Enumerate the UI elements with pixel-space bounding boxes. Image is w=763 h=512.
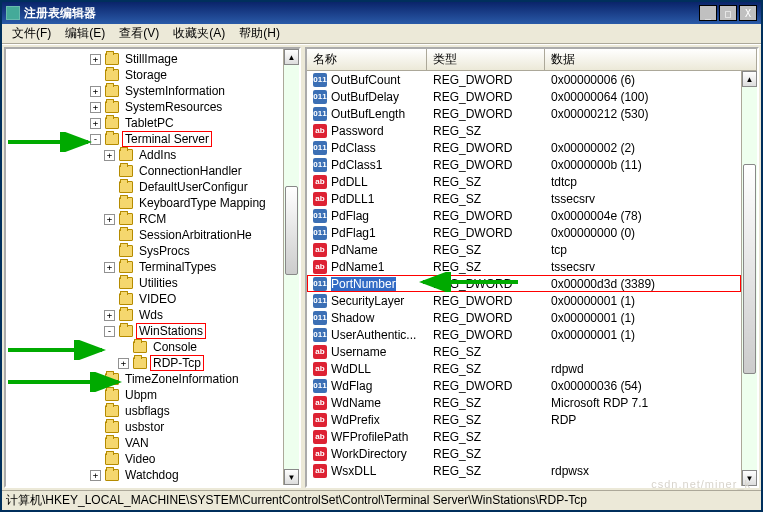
value-row[interactable]: 011WdFlagREG_DWORD0x00000036 (54) — [307, 377, 741, 394]
folder-icon — [119, 181, 133, 193]
tree-pane[interactable]: +StillImageStorage+SystemInformation+Sys… — [4, 47, 301, 488]
value-row[interactable]: 011OutBufCountREG_DWORD0x00000006 (6) — [307, 71, 741, 88]
tree-item[interactable]: +TerminalTypes — [6, 259, 283, 275]
tree-item[interactable]: +RCM — [6, 211, 283, 227]
tree-item[interactable]: +StillImage — [6, 51, 283, 67]
menu-edit[interactable]: 编辑(E) — [59, 23, 111, 44]
tree-item[interactable]: SysProcs — [6, 243, 283, 259]
value-row[interactable]: 011SecurityLayerREG_DWORD0x00000001 (1) — [307, 292, 741, 309]
value-type: REG_SZ — [427, 260, 545, 274]
menu-view[interactable]: 查看(V) — [113, 23, 165, 44]
value-row[interactable]: abWsxDLLREG_SZrdpwsx — [307, 462, 741, 479]
menu-file[interactable]: 文件(F) — [6, 23, 57, 44]
value-data: 0x00000212 (530) — [545, 107, 741, 121]
tree-item[interactable]: SessionArbitrationHe — [6, 227, 283, 243]
tree-item[interactable]: VAN — [6, 435, 283, 451]
col-data[interactable]: 数据 — [545, 49, 757, 70]
value-row[interactable]: abUsernameREG_SZ — [307, 343, 741, 360]
value-row[interactable]: abWdNameREG_SZMicrosoft RDP 7.1 — [307, 394, 741, 411]
tree-item[interactable]: +AddIns — [6, 147, 283, 163]
tree-item[interactable]: +Watchdog — [6, 467, 283, 483]
expand-toggle[interactable]: - — [90, 134, 101, 145]
value-row[interactable]: 011PdClass1REG_DWORD0x0000000b (11) — [307, 156, 741, 173]
tree-item[interactable]: usbflags — [6, 403, 283, 419]
tree-item[interactable]: TimeZoneInformation — [6, 371, 283, 387]
tree-item[interactable]: +TabletPC — [6, 115, 283, 131]
tree-item[interactable]: +SystemResources — [6, 99, 283, 115]
tree-item[interactable]: -WinStations — [6, 323, 283, 339]
value-row[interactable]: 011UserAuthentic...REG_DWORD0x00000001 (… — [307, 326, 741, 343]
value-row[interactable]: 011OutBufLengthREG_DWORD0x00000212 (530) — [307, 105, 741, 122]
expand-toggle[interactable]: - — [104, 326, 115, 337]
scroll-thumb[interactable] — [285, 186, 298, 275]
list-scrollbar[interactable]: ▲ ▼ — [741, 71, 757, 486]
value-data: 0x00000036 (54) — [545, 379, 741, 393]
value-row[interactable]: abPdDLL1REG_SZtssecsrv — [307, 190, 741, 207]
tree-item[interactable]: Console — [6, 339, 283, 355]
values-pane[interactable]: 名称 类型 数据 011OutBufCountREG_DWORD0x000000… — [305, 47, 759, 488]
tree-label: TimeZoneInformation — [123, 372, 241, 386]
expand-toggle[interactable]: + — [104, 262, 115, 273]
scroll-up-button[interactable]: ▲ — [742, 71, 757, 87]
expand-toggle — [104, 230, 115, 241]
tree-label: usbflags — [123, 404, 172, 418]
maximize-button[interactable]: □ — [719, 5, 737, 21]
tree-item[interactable]: ConnectionHandler — [6, 163, 283, 179]
tree-item[interactable]: DefaultUserConfigur — [6, 179, 283, 195]
value-row[interactable]: 011PortNumberREG_DWORD0x00000d3d (3389) — [307, 275, 741, 292]
menu-favorites[interactable]: 收藏夹(A) — [167, 23, 231, 44]
tree-scrollbar[interactable]: ▲ ▼ — [283, 49, 299, 485]
tree-item[interactable]: Utilities — [6, 275, 283, 291]
title-bar[interactable]: 注册表编辑器 _ □ X — [2, 2, 761, 24]
tree-item[interactable]: +Wds — [6, 307, 283, 323]
col-name[interactable]: 名称 — [307, 49, 427, 70]
tree-item[interactable]: KeyboardType Mapping — [6, 195, 283, 211]
tree-item[interactable]: -Terminal Server — [6, 131, 283, 147]
value-name: Shadow — [331, 311, 374, 325]
scroll-down-button[interactable]: ▼ — [742, 470, 757, 486]
value-row[interactable]: 011PdClassREG_DWORD0x00000002 (2) — [307, 139, 741, 156]
expand-toggle[interactable]: + — [104, 150, 115, 161]
scroll-down-button[interactable]: ▼ — [284, 469, 299, 485]
expand-toggle[interactable]: + — [90, 54, 101, 65]
value-row[interactable]: 011OutBufDelayREG_DWORD0x00000064 (100) — [307, 88, 741, 105]
value-row[interactable]: abWdDLLREG_SZrdpwd — [307, 360, 741, 377]
scroll-thumb[interactable] — [743, 164, 756, 375]
value-row[interactable]: 011PdFlag1REG_DWORD0x00000000 (0) — [307, 224, 741, 241]
value-row[interactable]: abPdDLLREG_SZtdtcp — [307, 173, 741, 190]
scroll-track[interactable] — [742, 87, 757, 470]
value-data: 0x00000006 (6) — [545, 73, 741, 87]
values-list[interactable]: 011OutBufCountREG_DWORD0x00000006 (6)011… — [307, 71, 741, 486]
value-row[interactable]: 011ShadowREG_DWORD0x00000001 (1) — [307, 309, 741, 326]
tree-item[interactable]: +SystemInformation — [6, 83, 283, 99]
value-row[interactable]: abWorkDirectoryREG_SZ — [307, 445, 741, 462]
tree-item[interactable]: Storage — [6, 67, 283, 83]
string-icon: ab — [313, 192, 327, 206]
close-button[interactable]: X — [739, 5, 757, 21]
expand-toggle[interactable]: + — [104, 214, 115, 225]
value-row[interactable]: abPdNameREG_SZtcp — [307, 241, 741, 258]
value-row[interactable]: abWFProfilePathREG_SZ — [307, 428, 741, 445]
col-type[interactable]: 类型 — [427, 49, 545, 70]
tree-item[interactable]: +RDP-Tcp — [6, 355, 283, 371]
expand-toggle[interactable]: + — [90, 86, 101, 97]
expand-toggle[interactable]: + — [118, 358, 129, 369]
tree-item[interactable]: usbstor — [6, 419, 283, 435]
scroll-up-button[interactable]: ▲ — [284, 49, 299, 65]
tree-item[interactable]: VIDEO — [6, 291, 283, 307]
value-row[interactable]: abPdName1REG_SZtssecsrv — [307, 258, 741, 275]
value-row[interactable]: abWdPrefixREG_SZRDP — [307, 411, 741, 428]
expand-toggle[interactable]: + — [90, 102, 101, 113]
value-data: tssecsrv — [545, 260, 741, 274]
menu-help[interactable]: 帮助(H) — [233, 23, 286, 44]
value-row[interactable]: 011PdFlagREG_DWORD0x0000004e (78) — [307, 207, 741, 224]
tree-item[interactable]: Video — [6, 451, 283, 467]
expand-toggle[interactable]: + — [90, 470, 101, 481]
tree-item[interactable]: Ubpm — [6, 387, 283, 403]
registry-tree[interactable]: +StillImageStorage+SystemInformation+Sys… — [6, 49, 283, 485]
minimize-button[interactable]: _ — [699, 5, 717, 21]
scroll-track[interactable] — [284, 65, 299, 469]
expand-toggle[interactable]: + — [104, 310, 115, 321]
expand-toggle[interactable]: + — [90, 118, 101, 129]
value-row[interactable]: abPasswordREG_SZ — [307, 122, 741, 139]
